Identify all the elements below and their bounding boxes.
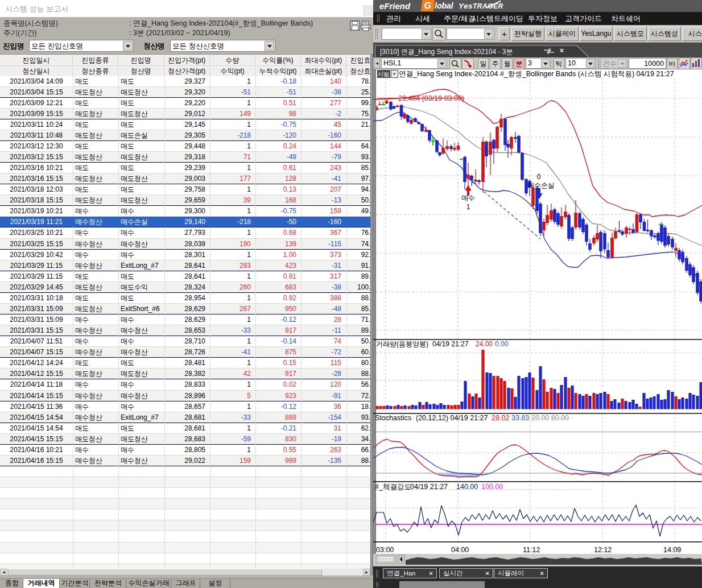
svg-text:11:12: 11:12 (523, 546, 540, 554)
svg-text:1: 1 (466, 203, 470, 211)
svg-text:100.00: 100.00 (481, 483, 503, 491)
svg-text:연결_Hang Seng Index-202104 #_항셍: 연결_Hang Seng Index-202104 #_항셍_Bollinger… (399, 70, 674, 78)
svg-text:×: × (393, 71, 395, 77)
svg-text:#_체결강도: #_체결강도 (375, 483, 411, 491)
svg-text:04:00: 04:00 (451, 546, 469, 554)
svg-text:매수: 매수 (461, 194, 475, 202)
svg-text:24.00: 24.00 (476, 340, 493, 348)
svg-text:0.00: 0.00 (495, 340, 509, 348)
svg-text:12:12: 12:12 (594, 546, 612, 554)
svg-text:매수손실: 매수손실 (527, 181, 555, 189)
svg-text:29,494 (03/19 03:00): 29,494 (03/19 03:00) (398, 94, 464, 102)
svg-text:140.00: 140.00 (456, 483, 478, 491)
svg-text:시험: 시험 (378, 71, 389, 77)
svg-text:거래량(음봉양봉): 거래량(음봉양봉) (376, 340, 428, 348)
svg-text:0: 0 (537, 173, 541, 181)
svg-text:04/19 21:27: 04/19 21:27 (432, 340, 469, 348)
svg-text:04/19 21:27: 04/19 21:27 (410, 483, 448, 491)
svg-text:14:09: 14:09 (663, 546, 681, 554)
svg-text:03:00: 03:00 (376, 546, 394, 554)
